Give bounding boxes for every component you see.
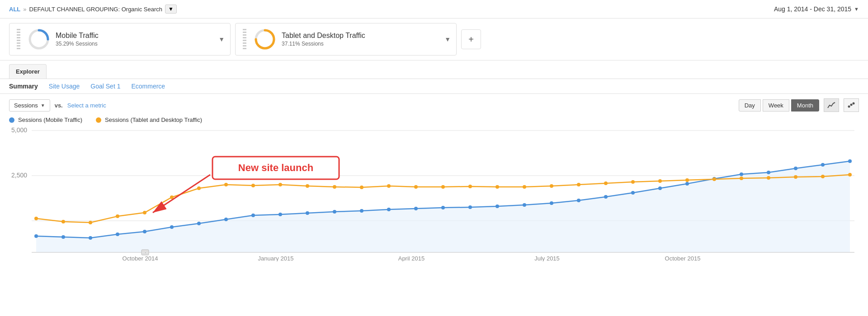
svg-text:5,000: 5,000 <box>11 126 27 134</box>
top-bar: ALL » DEFAULT CHANNEL GROUPING: Organic … <box>0 0 868 19</box>
sub-tab-ecommerce[interactable]: Ecommerce <box>131 83 165 90</box>
svg-text:October 2014: October 2014 <box>123 255 158 261</box>
breadcrumb-channel: DEFAULT CHANNEL GROUPING: Organic Search <box>29 6 163 13</box>
legend-dot-mobile <box>9 117 14 123</box>
segment-mobile-dropdown-icon[interactable]: ▼ <box>218 36 225 43</box>
sub-tab-summary[interactable]: Summary <box>9 83 38 90</box>
svg-point-55 <box>224 183 228 186</box>
segment-name-desktop: Tablet and Desktop Traffic <box>282 32 449 40</box>
segments-row: Mobile Traffic 35.29% Sessions ▼ Tablet … <box>0 19 868 60</box>
svg-point-78 <box>848 173 852 177</box>
svg-point-39 <box>631 191 635 195</box>
svg-text:April 2015: April 2015 <box>398 255 425 261</box>
svg-point-57 <box>278 183 282 186</box>
segment-icon-mobile <box>28 29 49 50</box>
legend-label-desktop: Sessions (Tablet and Desktop Traffic) <box>105 116 202 123</box>
sub-tabs-row: Summary Site Usage Goal Set 1 Ecommerce <box>0 79 868 94</box>
explorer-tab[interactable]: Explorer <box>9 64 47 79</box>
svg-point-30 <box>387 208 391 211</box>
svg-point-69 <box>604 181 608 185</box>
svg-point-25 <box>251 214 255 217</box>
svg-point-38 <box>604 195 608 199</box>
svg-point-17 <box>34 234 38 238</box>
svg-point-63 <box>441 185 445 189</box>
segment-desktop-dropdown-icon[interactable]: ▼ <box>444 36 451 43</box>
left-controls: Sessions ▼ vs. Select a metric <box>9 99 106 112</box>
select-metric-link[interactable]: Select a metric <box>67 102 106 109</box>
svg-point-20 <box>116 232 119 236</box>
chart-area: 5,000 2,500 October 2014 January 2015 Ap… <box>0 126 868 266</box>
svg-point-24 <box>224 218 228 221</box>
svg-point-26 <box>278 213 282 216</box>
svg-point-49 <box>61 220 65 223</box>
svg-point-64 <box>468 185 472 188</box>
scatter-chart-button[interactable] <box>844 98 859 112</box>
svg-point-75 <box>767 176 770 180</box>
svg-point-43 <box>740 172 743 176</box>
segment-bar-2 <box>243 29 246 50</box>
svg-point-33 <box>468 205 472 209</box>
breadcrumb-separator: » <box>23 6 26 13</box>
svg-point-71 <box>658 179 662 183</box>
svg-text:New site launch: New site launch <box>238 162 313 173</box>
metric-label: Sessions <box>14 102 38 109</box>
explorer-tab-bar: Explorer <box>0 60 868 79</box>
svg-point-40 <box>658 186 662 190</box>
metric-dropdown[interactable]: Sessions ▼ <box>9 99 50 112</box>
segment-card-desktop[interactable]: Tablet and Desktop Traffic 37.11% Sessio… <box>235 23 457 56</box>
line-chart-button[interactable] <box>824 98 839 112</box>
svg-point-76 <box>794 175 797 179</box>
svg-point-67 <box>550 184 553 188</box>
segment-bar-1 <box>17 29 20 50</box>
date-range[interactable]: Aug 1, 2014 - Dec 31, 2015 ▼ <box>774 5 859 13</box>
day-button[interactable]: Day <box>739 99 761 112</box>
svg-point-58 <box>306 184 309 188</box>
svg-point-56 <box>251 184 255 187</box>
channel-dropdown-button[interactable]: ▼ <box>165 5 177 14</box>
svg-text:October 2015: October 2015 <box>665 255 701 261</box>
date-range-text: Aug 1, 2014 - Dec 31, 2015 <box>774 5 851 13</box>
sub-tab-site-usage[interactable]: Site Usage <box>49 83 80 90</box>
svg-point-19 <box>89 236 92 240</box>
svg-point-74 <box>740 177 743 180</box>
svg-point-66 <box>523 185 526 189</box>
svg-point-77 <box>821 175 825 178</box>
svg-point-73 <box>712 177 716 181</box>
month-button[interactable]: Month <box>791 99 819 112</box>
controls-row: Sessions ▼ vs. Select a metric Day Week … <box>0 94 868 116</box>
week-button[interactable]: Week <box>763 99 789 112</box>
vs-label: vs. <box>55 102 63 109</box>
breadcrumb-all[interactable]: ALL <box>9 6 20 13</box>
legend-row: Sessions (Mobile Traffic) Sessions (Tabl… <box>0 116 868 126</box>
svg-point-28 <box>333 210 336 214</box>
svg-point-32 <box>441 206 445 209</box>
svg-point-2 <box>848 106 850 108</box>
svg-point-60 <box>360 186 363 189</box>
svg-point-21 <box>143 230 146 233</box>
svg-point-54 <box>197 186 201 190</box>
svg-point-65 <box>495 185 499 189</box>
date-range-dropdown-icon: ▼ <box>854 6 859 12</box>
legend-label-mobile: Sessions (Mobile Traffic) <box>18 116 82 123</box>
legend-item-desktop: Sessions (Tablet and Desktop Traffic) <box>96 116 202 123</box>
add-segment-button[interactable]: + <box>461 29 481 49</box>
svg-point-62 <box>414 185 418 189</box>
svg-point-34 <box>495 204 499 208</box>
svg-point-51 <box>116 214 119 218</box>
segment-name-mobile: Mobile Traffic <box>56 32 223 40</box>
svg-point-31 <box>414 207 418 210</box>
metric-dropdown-arrow: ▼ <box>41 103 45 108</box>
segment-card-mobile[interactable]: Mobile Traffic 35.29% Sessions ▼ <box>9 23 231 56</box>
chart-svg: 5,000 2,500 October 2014 January 2015 Ap… <box>9 126 859 261</box>
svg-point-29 <box>360 209 363 213</box>
svg-point-59 <box>333 185 336 189</box>
segment-icon-desktop <box>255 29 275 50</box>
sub-tab-goal-set-1[interactable]: Goal Set 1 <box>90 83 120 90</box>
svg-point-70 <box>631 180 635 184</box>
svg-point-72 <box>685 178 689 182</box>
legend-dot-desktop <box>96 117 101 123</box>
svg-point-47 <box>848 159 852 163</box>
breadcrumb: ALL » DEFAULT CHANNEL GROUPING: Organic … <box>9 5 177 14</box>
svg-point-22 <box>170 225 174 229</box>
svg-text:July 2015: July 2015 <box>534 255 560 261</box>
